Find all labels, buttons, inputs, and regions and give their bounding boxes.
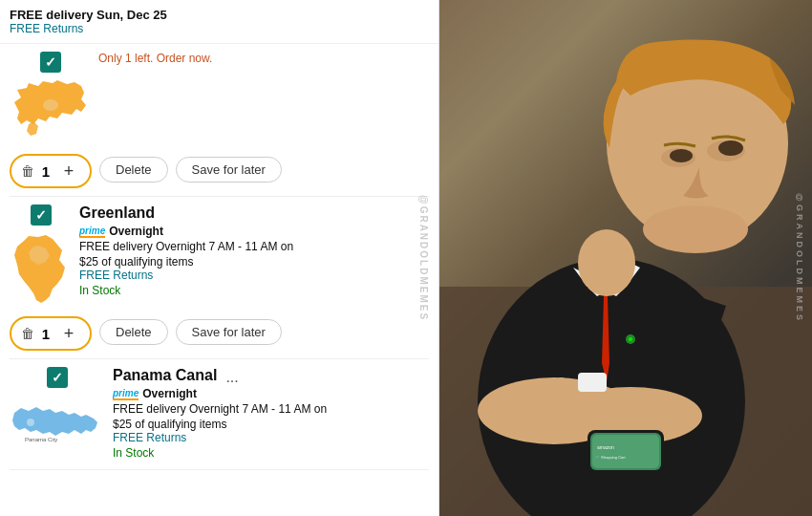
svg-rect-17 — [554, 377, 568, 411]
item-checkbox-canada[interactable] — [40, 52, 61, 73]
svg-rect-21 — [592, 435, 659, 468]
greenland-in-stock: In Stock — [79, 284, 429, 297]
canada-qty: 1 — [34, 163, 57, 180]
greenland-delete-btn[interactable]: Delete — [99, 319, 168, 345]
top-delivery-info: FREE delivery Sun, Dec 25 FREE Returns — [0, 0, 438, 44]
canada-map-image — [10, 78, 91, 150]
panama-in-stock: In Stock — [113, 446, 429, 460]
panama-title: Panama Canal — [113, 367, 217, 384]
trump-photo-svg: amazon 🛒 Shopping Cart — [439, 0, 812, 516]
panama-map-image: Panama City — [10, 394, 105, 446]
greenland-controls: 🗑 1 + Delete Save for later — [10, 312, 429, 351]
greenland-save-btn[interactable]: Save for later — [176, 319, 282, 345]
greenland-prime-badge: prime Overnight — [79, 225, 429, 238]
panama-prime-logo: prime — [113, 388, 139, 400]
svg-point-26 — [629, 337, 632, 341]
photo-watermark: @GRANDOLDMEMES — [795, 193, 804, 323]
cart-item-canada: Only 1 left. Order now. 🗑 1 + Delete Sav… — [10, 44, 429, 197]
item-checkbox-panama[interactable] — [47, 367, 68, 388]
svg-text:🛒 Shopping Cart: 🛒 Shopping Cart — [595, 455, 627, 460]
free-returns-text: FREE Returns — [10, 22, 429, 35]
canada-save-btn[interactable]: Save for later — [176, 157, 282, 183]
photo-background: amazon 🛒 Shopping Cart @GRANDOLDMEMES — [439, 0, 812, 516]
panama-top-row: Panama City Panama Canal ... prime Overn… — [10, 367, 429, 462]
greenland-qualifying: $25 of qualifying items — [79, 255, 429, 269]
panama-free-returns: FREE Returns — [113, 431, 429, 444]
greenland-trash-icon[interactable]: 🗑 — [21, 326, 34, 341]
panama-prime-badge: prime Overnight — [113, 387, 429, 400]
svg-point-11 — [718, 140, 743, 156]
canada-only-left: Only 1 left. Order now. — [98, 52, 429, 65]
left-watermark: @GRANDOLDMEMES — [418, 195, 429, 321]
svg-point-0 — [43, 99, 58, 111]
greenland-qty: 1 — [34, 326, 57, 342]
panama-menu-dots[interactable]: ... — [225, 369, 238, 386]
svg-rect-15 — [516, 382, 530, 411]
greenland-qty-controls: 🗑 1 + — [10, 316, 92, 351]
item-left-greenland — [10, 204, 72, 312]
svg-text:Panama City: Panama City — [25, 437, 57, 442]
greenland-increase-btn[interactable]: + — [57, 322, 80, 345]
cart-items: Only 1 left. Order now. 🗑 1 + Delete Sav… — [0, 44, 438, 470]
greenland-map-image — [10, 231, 72, 312]
svg-rect-16 — [535, 378, 549, 411]
photo-panel: amazon 🛒 Shopping Cart @GRANDOLDMEMES — [439, 0, 812, 516]
canada-qty-controls: 🗑 1 + — [10, 154, 92, 188]
delivery-text: FREE delivery Sun, Dec 25 — [10, 8, 429, 22]
svg-point-1 — [27, 419, 34, 426]
greenland-top-row: Greenland prime Overnight FREE delivery … — [10, 204, 429, 312]
svg-point-12 — [643, 205, 748, 253]
svg-point-6 — [578, 229, 635, 296]
greenland-title: Greenland — [79, 204, 429, 222]
greenland-delivery-speed: Overnight — [109, 225, 163, 238]
svg-text:amazon: amazon — [597, 444, 614, 450]
canada-action-buttons: Delete Save for later — [99, 157, 282, 183]
greenland-action-buttons: Delete Save for later — [99, 319, 282, 345]
canada-controls: 🗑 1 + Delete Save for later — [10, 150, 429, 188]
item-left-canada — [10, 52, 91, 150]
item-checkbox-greenland[interactable] — [31, 204, 52, 226]
svg-point-10 — [670, 149, 693, 162]
greenland-free-returns: FREE Returns — [79, 269, 429, 282]
canada-increase-btn[interactable]: + — [57, 160, 80, 183]
cart-item-panama: Panama City Panama Canal ... prime Overn… — [10, 359, 429, 470]
canada-item-details: Only 1 left. Order now. — [98, 52, 429, 67]
panama-qualifying: $25 of qualifying items — [113, 418, 429, 431]
greenland-delivery-info: FREE delivery Overnight 7 AM - 11 AM on — [79, 240, 429, 253]
canada-delete-btn[interactable]: Delete — [99, 157, 168, 183]
item-top-row: Only 1 left. Order now. — [10, 52, 429, 150]
item-left-panama: Panama City — [10, 367, 105, 446]
cart-item-greenland: Greenland prime Overnight FREE delivery … — [10, 197, 429, 359]
panama-delivery-info: FREE delivery Overnight 7 AM - 11 AM on — [113, 402, 429, 416]
trash-icon[interactable]: 🗑 — [21, 163, 34, 179]
cart-panel: FREE delivery Sun, Dec 25 FREE Returns O… — [0, 0, 439, 516]
prime-logo: prime — [79, 226, 105, 238]
panama-delivery-speed: Overnight — [142, 387, 197, 400]
svg-rect-24 — [578, 373, 607, 392]
greenland-item-details: Greenland prime Overnight FREE delivery … — [79, 204, 429, 299]
panama-item-details: Panama Canal ... prime Overnight FREE de… — [113, 367, 429, 462]
